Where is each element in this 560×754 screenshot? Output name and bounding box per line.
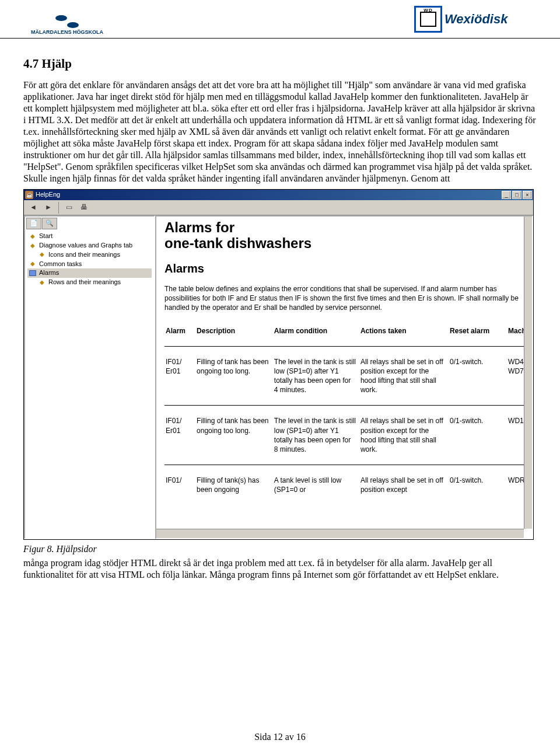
tree-tab-contents[interactable]: 📄 xyxy=(26,218,41,229)
section-paragraph-2: många program idag stödjer HTML direkt s… xyxy=(23,557,537,581)
logo-wexiodisk: WD Wexiödisk xyxy=(414,6,537,33)
td-alarm: IF01/ Er01 xyxy=(164,406,195,465)
figure-caption: Figur 8. Hjälpsidor xyxy=(23,543,537,555)
logo-malardalen-text: MÄLARDALENS HÖGSKOLA xyxy=(31,29,103,35)
table-header-row: Alarm Description Alarm condition Action… xyxy=(164,322,531,347)
th-condition: Alarm condition xyxy=(273,322,359,347)
helpeng-window: ☕ HelpEng _ □ × ◄ ► ▭ 🖶 📄 🔍 xyxy=(23,189,534,540)
minimize-button[interactable]: _ xyxy=(502,191,511,199)
tree-item-diagnose[interactable]: ◆ Diagnose values and Graphs tab xyxy=(27,241,152,250)
table-row: IF01/ Er01 Filling of tank has been ongo… xyxy=(164,406,531,465)
help-body: 📄 🔍 ◆ Start ◆ Diagnose values and Graphs… xyxy=(24,215,533,539)
help-h2: Alarms xyxy=(164,261,531,276)
table-row: IF01/ Filling of tank(s) has been ongoin… xyxy=(164,465,531,505)
forward-button[interactable]: ► xyxy=(41,201,55,214)
print-button[interactable]: 🖶 xyxy=(77,201,91,214)
logo-icon xyxy=(55,15,79,28)
page-setup-button[interactable]: ▭ xyxy=(62,201,76,214)
book-icon xyxy=(29,270,37,277)
th-reset: Reset alarm xyxy=(449,322,507,347)
bullet-icon: ◆ xyxy=(38,279,46,286)
tree-item-icons[interactable]: ◆ Icons and their meanings xyxy=(27,250,152,260)
page-header: MÄLARDALENS HÖGSKOLA WD Wexiödisk xyxy=(0,0,560,39)
help-intro-text: The table below defines and explains the… xyxy=(164,284,531,313)
td-description: Filling of tank has been ongoing too lon… xyxy=(195,346,273,406)
vertical-scrollbar[interactable] xyxy=(524,217,532,529)
bullet-icon: ◆ xyxy=(29,242,37,249)
td-alarm: IF01/ Er01 xyxy=(164,346,195,406)
td-actions: All relays shall be set in off position … xyxy=(359,465,449,505)
tree-list: ◆ Start ◆ Diagnose values and Graphs tab… xyxy=(26,231,153,288)
td-condition: The level in the tank is still low (SP1=… xyxy=(273,346,359,406)
td-actions: All relays shall be set in off position … xyxy=(359,406,449,465)
java-app-icon: ☕ xyxy=(25,191,33,199)
section-paragraph-1: För att göra det enklare för användaren … xyxy=(23,79,537,184)
window-title: HelpEng xyxy=(36,191,502,199)
bullet-icon: ◆ xyxy=(29,233,37,240)
td-condition: The level in the tank is still low (SP1=… xyxy=(273,406,359,465)
tree-pane: 📄 🔍 ◆ Start ◆ Diagnose values and Graphs… xyxy=(24,215,155,539)
td-description: Filling of tank(s) has been ongoing xyxy=(195,465,273,505)
help-h1: Alarms for one-tank dishwashers xyxy=(164,220,531,251)
tree-label: Diagnose values and Graphs tab xyxy=(39,242,132,250)
horizontal-scrollbar[interactable] xyxy=(156,529,524,538)
tree-label: Common tasks xyxy=(39,260,82,268)
th-description: Description xyxy=(195,322,273,347)
td-actions: All relays shall be set in off position … xyxy=(359,346,449,406)
bullet-icon: ◆ xyxy=(29,260,37,267)
td-reset: 0/1-switch. xyxy=(449,406,507,465)
td-reset: 0/1-switch. xyxy=(449,465,507,505)
page-number: Sida 12 av 16 xyxy=(0,732,560,742)
tree-label: Start xyxy=(39,232,52,240)
td-alarm: IF01/ xyxy=(164,465,195,505)
tree-item-common[interactable]: ◆ Common tasks xyxy=(27,260,152,269)
td-reset: 0/1-switch. xyxy=(449,346,507,406)
td-condition: A tank level is still low (SP1=0 or xyxy=(273,465,359,505)
window-titlebar[interactable]: ☕ HelpEng _ □ × xyxy=(24,190,533,200)
help-toolbar: ◄ ► ▭ 🖶 xyxy=(24,200,533,215)
logo-wexiodisk-text: Wexiödisk xyxy=(442,6,537,33)
toolbar-separator xyxy=(58,202,59,214)
help-h1-line2: one-tank dishwashers xyxy=(164,235,312,251)
table-row: IF01/ Er01 Filling of tank has been ongo… xyxy=(164,346,531,406)
page-content: 4.7 Hjälp För att göra det enklare för a… xyxy=(0,39,560,589)
tree-label: Icons and their meanings xyxy=(48,251,120,259)
tree-label: Rows and their meanings xyxy=(48,278,121,287)
th-alarm: Alarm xyxy=(164,322,195,347)
close-button[interactable]: × xyxy=(523,191,532,199)
alarm-table: Alarm Description Alarm condition Action… xyxy=(164,322,531,505)
tree-label: Alarms xyxy=(39,269,59,277)
help-content-pane: Alarms for one-tank dishwashers Alarms T… xyxy=(155,215,533,539)
tree-item-alarms[interactable]: Alarms xyxy=(27,268,152,278)
maximize-button[interactable]: □ xyxy=(512,191,522,199)
tree-tab-search[interactable]: 🔍 xyxy=(42,218,57,229)
help-h1-line1: Alarms for xyxy=(164,219,235,235)
bullet-icon: ◆ xyxy=(38,252,46,259)
section-heading: 4.7 Hjälp xyxy=(23,56,537,71)
td-description: Filling of tank has been ongoing too lon… xyxy=(195,406,273,465)
wd-logo-square: WD xyxy=(414,6,442,33)
back-button[interactable]: ◄ xyxy=(26,201,40,214)
tree-item-start[interactable]: ◆ Start xyxy=(27,232,152,241)
th-actions: Actions taken xyxy=(359,322,449,347)
tree-item-rows[interactable]: ◆ Rows and their meanings xyxy=(27,278,152,287)
logo-malardalen: MÄLARDALENS HÖGSKOLA xyxy=(23,6,111,35)
